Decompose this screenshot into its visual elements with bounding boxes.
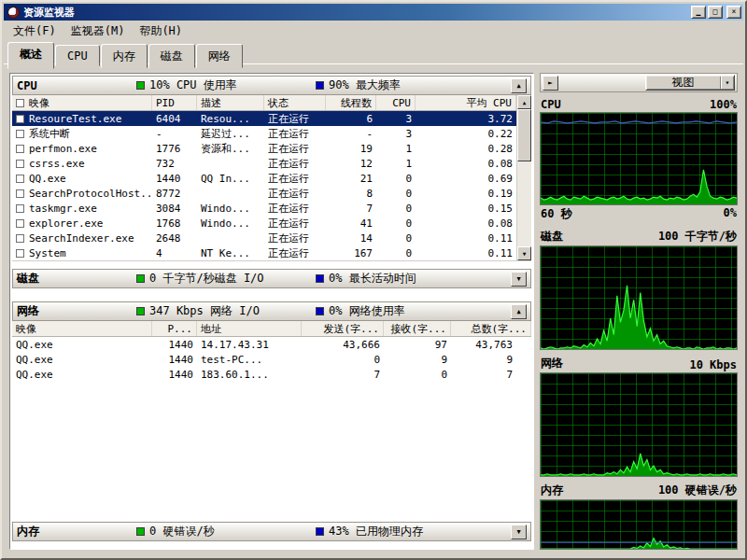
- table-row[interactable]: taskmgr.exe3084Windo...正在运行700.15: [12, 201, 531, 216]
- cpu-section-title: CPU: [17, 79, 136, 92]
- table-row[interactable]: ResoureTest.exe6404Resou...正在运行633.72: [12, 111, 531, 126]
- column-header-label: 总数(字...: [472, 322, 528, 336]
- table-row[interactable]: 系统中断-延迟过...正在运行-30.22: [12, 126, 531, 141]
- table-cell: 43,666: [302, 337, 384, 352]
- row-checkbox[interactable]: [16, 115, 24, 123]
- table-cell: SearchProtocolHost...: [12, 186, 152, 201]
- menu-item-help[interactable]: 帮助(H): [132, 21, 190, 41]
- column-header[interactable]: 描述: [197, 95, 264, 110]
- table-row[interactable]: System4NT Ke...正在运行16700.11: [12, 245, 531, 260]
- scroll-up-button[interactable]: ▲: [517, 95, 531, 109]
- row-checkbox[interactable]: [16, 204, 24, 213]
- table-cell: 43,763: [451, 337, 516, 352]
- graphs-panel: ► 视图 ▾ CPU 100% 60 秒 0% 磁盘: [540, 73, 738, 550]
- disk-graph-title: 磁盘: [541, 229, 563, 245]
- row-checkbox[interactable]: [16, 219, 24, 228]
- column-header[interactable]: 发送(字...: [302, 321, 384, 336]
- table-row[interactable]: QQ.exe1440183.60.1...707: [12, 367, 531, 382]
- tab-disk[interactable]: 磁盘: [148, 44, 195, 68]
- disk-section-header[interactable]: 磁盘 0 千字节/秒磁盘 I/O 0% 最长活动时间 ▼: [12, 269, 531, 288]
- scroll-down-button[interactable]: ▼: [517, 246, 531, 260]
- table-row[interactable]: perfmon.exe1776资源和...正在运行1910.28: [12, 141, 531, 156]
- column-header[interactable]: 接收(字...: [384, 321, 451, 336]
- memory-faults-indicator-icon: [136, 527, 145, 536]
- row-checkbox[interactable]: [16, 145, 24, 153]
- network-section-title: 网络: [17, 303, 136, 319]
- menu-item-file[interactable]: 文件(F): [6, 21, 63, 41]
- table-cell: 正在运行: [264, 111, 326, 126]
- column-header[interactable]: 状态: [264, 95, 326, 110]
- memory-collapse-button[interactable]: ▼: [511, 525, 527, 539]
- network-table: 映像P...地址发送(字...接收(字...总数(字... QQ.exe1440…: [12, 321, 531, 382]
- tab-cpu[interactable]: CPU: [55, 45, 100, 66]
- column-header[interactable]: 总数(字...: [451, 321, 531, 336]
- table-row[interactable]: QQ.exe1440test-PC...099: [12, 352, 531, 367]
- cpu-collapse-button[interactable]: ▲: [511, 78, 527, 93]
- table-row[interactable]: explorer.exe1768Windo...正在运行4100.08: [12, 216, 531, 231]
- table-cell: 3.72: [416, 111, 516, 126]
- row-checkbox[interactable]: [16, 234, 24, 243]
- close-button[interactable]: ×: [726, 6, 741, 19]
- column-header[interactable]: 线程数: [326, 95, 376, 110]
- cpu-graph-canvas: [541, 113, 737, 204]
- table-cell: System: [12, 245, 152, 260]
- scroll-thumb[interactable]: [517, 109, 531, 161]
- column-header[interactable]: 地址: [197, 321, 302, 336]
- cpu-graph: [540, 112, 738, 205]
- column-header[interactable]: PID: [152, 95, 197, 110]
- hard-faults-line: [541, 539, 737, 549]
- minimize-button[interactable]: ▁: [691, 6, 706, 19]
- row-checkbox[interactable]: [16, 160, 24, 168]
- row-checkbox[interactable]: [16, 189, 24, 198]
- scroll-track[interactable]: [517, 109, 531, 246]
- row-checkbox[interactable]: [16, 130, 24, 138]
- table-cell: QQ.exe: [12, 352, 152, 367]
- table-row[interactable]: csrss.exe732正在运行1210.08: [12, 156, 531, 171]
- table-cell: 0: [302, 352, 384, 367]
- table-cell: 6: [326, 111, 376, 126]
- maximize-button[interactable]: □: [708, 6, 723, 19]
- cpu-table-scrollbar[interactable]: ▲ ▼: [516, 95, 531, 260]
- table-cell: 0.69: [416, 171, 516, 186]
- menu-item-monitor[interactable]: 监视器(M): [63, 21, 133, 41]
- cpu-graph-scale: 100%: [710, 98, 737, 111]
- table-cell: -: [326, 126, 376, 141]
- row-checkbox[interactable]: [16, 175, 24, 183]
- tab-network[interactable]: 网络: [196, 44, 243, 68]
- column-header[interactable]: 平均 CPU: [416, 95, 516, 110]
- column-header[interactable]: 映像: [12, 95, 152, 110]
- table-cell: -: [152, 126, 197, 141]
- column-header-label: 地址: [201, 322, 221, 336]
- column-header[interactable]: P...: [152, 321, 197, 336]
- table-cell: ResoureTest.exe: [12, 111, 152, 126]
- table-cell: 3084: [152, 201, 197, 216]
- table-cell: QQ.exe: [12, 337, 152, 352]
- table-cell: 0: [376, 201, 416, 216]
- table-row[interactable]: SearchProtocolHost...8772正在运行800.19: [12, 186, 531, 201]
- table-cell: 3: [376, 126, 416, 141]
- table-row[interactable]: QQ.exe144014.17.43.3143,6669743,763: [12, 337, 531, 352]
- disk-collapse-button[interactable]: ▼: [511, 272, 527, 287]
- table-cell: 0: [384, 367, 451, 382]
- panel-expand-button[interactable]: ►: [543, 76, 558, 91]
- table-row[interactable]: QQ.exe1440QQ In...正在运行2100.69: [12, 171, 531, 186]
- tab-overview[interactable]: 概述: [7, 42, 54, 69]
- column-header-label: P...: [168, 323, 193, 335]
- column-header[interactable]: CPU: [376, 95, 416, 110]
- memory-section-header[interactable]: 内存 0 硬错误/秒 43% 已用物理内存 ▼: [12, 522, 531, 541]
- column-header[interactable]: 映像: [12, 321, 152, 336]
- select-all-checkbox[interactable]: [16, 99, 24, 107]
- memory-graph: [540, 499, 738, 550]
- table-cell: 正在运行: [264, 201, 326, 216]
- table-cell: 正在运行: [264, 245, 326, 260]
- tab-memory[interactable]: 内存: [101, 44, 148, 68]
- table-row[interactable]: SearchIndexer.exe2648正在运行1400.11: [12, 231, 531, 245]
- tab-bar: 概述CPU内存磁盘网络: [4, 41, 743, 63]
- views-button[interactable]: 视图 ▾: [645, 75, 735, 91]
- network-section-header[interactable]: 网络 347 Kbps 网络 I/O 0% 网络使用率 ▲: [12, 301, 531, 321]
- column-header-label: 线程数: [341, 96, 372, 110]
- network-collapse-button[interactable]: ▲: [511, 304, 527, 319]
- network-io-area: [541, 454, 737, 476]
- cpu-section-header[interactable]: CPU 10% CPU 使用率 90% 最大频率 ▲: [12, 76, 531, 95]
- row-checkbox[interactable]: [16, 249, 24, 258]
